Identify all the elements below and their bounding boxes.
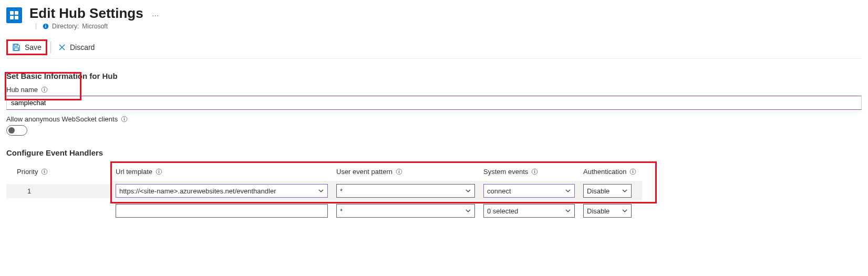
info-icon[interactable] (121, 116, 128, 122)
hub-name-label: Hub name (6, 86, 38, 94)
svg-rect-0 (10, 11, 14, 15)
discard-label: Discard (70, 43, 95, 52)
authentication-select[interactable]: Disable (583, 184, 632, 198)
chevron-down-icon (565, 208, 571, 214)
discard-button[interactable]: Discard (54, 41, 99, 54)
more-button[interactable]: … (152, 9, 160, 18)
svg-rect-19 (159, 171, 159, 173)
col-user-event-pattern: User event pattern (332, 162, 479, 181)
basic-info-title: Set Basic Information for Hub (6, 71, 862, 80)
allow-anon-label: Allow anonymous WebSocket clients (6, 115, 118, 123)
allow-anon-toggle[interactable] (6, 125, 27, 136)
chevron-down-icon (465, 208, 471, 214)
col-url-template: Url template (111, 162, 332, 181)
svg-rect-1 (15, 11, 18, 15)
svg-rect-2 (10, 16, 14, 19)
url-template-input[interactable] (116, 204, 328, 218)
svg-rect-8 (14, 48, 18, 50)
toolbar: Save Discard (6, 39, 862, 59)
col-system-events: System events (479, 162, 579, 181)
save-button[interactable]: Save (6, 39, 47, 55)
svg-rect-14 (124, 117, 125, 118)
info-icon (43, 23, 49, 29)
info-icon[interactable] (396, 168, 402, 175)
handlers-title: Configure Event Handlers (6, 148, 862, 157)
info-icon[interactable] (41, 168, 48, 175)
svg-rect-10 (44, 89, 45, 91)
svg-rect-17 (44, 170, 45, 170)
save-label: Save (25, 43, 42, 52)
col-authentication: Authentication (579, 162, 642, 181)
system-events-select[interactable]: 0 selected (483, 204, 575, 218)
directory-row: Directory: Microsoft (29, 23, 160, 30)
info-icon[interactable] (629, 168, 636, 175)
handlers-grid: Priority Url template User event pattern… (6, 162, 862, 221)
info-icon[interactable] (156, 168, 162, 175)
user-event-pattern-input[interactable]: * (336, 204, 475, 218)
svg-rect-23 (399, 170, 399, 170)
chevron-down-icon (565, 188, 571, 194)
chevron-down-icon (318, 188, 324, 194)
allow-anon-row: Allow anonymous WebSocket clients (6, 115, 862, 123)
save-icon (12, 43, 20, 52)
svg-rect-3 (15, 16, 18, 19)
svg-rect-28 (633, 171, 633, 173)
priority-cell (6, 208, 111, 214)
directory-value: Microsoft (82, 23, 108, 30)
svg-rect-11 (44, 88, 45, 88)
svg-rect-16 (44, 171, 45, 173)
svg-rect-20 (159, 170, 159, 170)
svg-rect-5 (45, 26, 46, 28)
svg-rect-26 (534, 170, 535, 170)
svg-rect-13 (124, 118, 125, 120)
hub-name-input[interactable] (6, 96, 862, 110)
priority-cell: 1 (6, 184, 111, 198)
url-template-input[interactable]: https://<site-name>.azurewebsites.net/ev… (116, 184, 328, 198)
system-events-select[interactable]: connect (483, 184, 575, 198)
chevron-down-icon (465, 188, 471, 194)
col-priority: Priority (6, 162, 111, 181)
close-icon (58, 44, 66, 51)
page-title: Edit Hub Settings (29, 5, 143, 22)
directory-label: Directory: (52, 23, 79, 30)
svg-rect-25 (534, 171, 535, 173)
svg-rect-6 (45, 25, 46, 26)
hub-name-label-row: Hub name (6, 86, 862, 94)
svg-rect-29 (633, 170, 633, 170)
chevron-down-icon (622, 188, 628, 194)
chevron-down-icon (622, 208, 628, 214)
toggle-knob (8, 127, 15, 134)
user-event-pattern-input[interactable]: * (336, 184, 475, 198)
page-header: Edit Hub Settings … Directory: Microsoft (6, 5, 862, 30)
app-icon (6, 7, 22, 23)
info-icon[interactable] (531, 168, 538, 175)
authentication-select[interactable]: Disable (583, 204, 632, 218)
info-icon[interactable] (41, 86, 48, 93)
svg-rect-7 (14, 44, 17, 46)
svg-rect-22 (399, 171, 399, 173)
toolbar-divider (50, 42, 51, 53)
